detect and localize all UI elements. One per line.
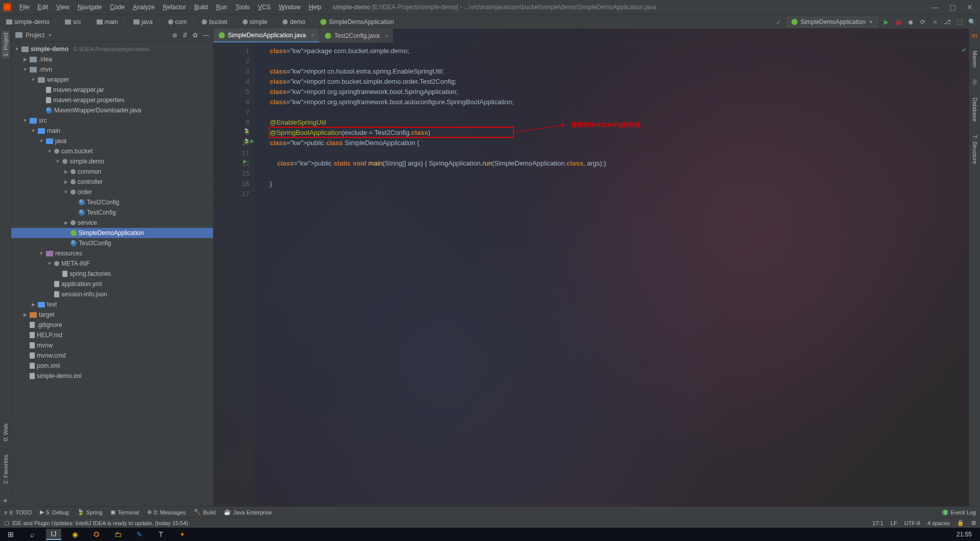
- favorites-tool-tab[interactable]: 2: Favorites: [2, 453, 10, 486]
- tree-node[interactable]: ▶ controller: [11, 177, 213, 187]
- tree-node[interactable]: ▼ main: [11, 126, 213, 136]
- breadcrumb-item[interactable]: java: [131, 18, 155, 26]
- tree-node[interactable]: mvnw.cmd: [11, 350, 213, 361]
- code-line[interactable]: [270, 107, 969, 117]
- tree-node[interactable]: HELP.md: [11, 330, 213, 340]
- bottom-tool-build[interactable]: 🔨Build: [194, 509, 215, 515]
- menu-view[interactable]: View: [53, 3, 73, 12]
- editor-tab[interactable]: Test2Config.java×: [320, 29, 393, 42]
- structure-tool-tab[interactable]: 7: Structure: [971, 133, 979, 166]
- readonly-icon[interactable]: 🔒: [957, 520, 964, 526]
- bottom-tool-terminal[interactable]: ▣Terminal: [110, 509, 139, 515]
- tree-node[interactable]: application.yml: [11, 279, 213, 289]
- tree-node[interactable]: maven-wrapper.properties: [11, 95, 213, 105]
- update-button[interactable]: ⬚: [955, 18, 964, 26]
- tree-node[interactable]: ▼ java: [11, 136, 213, 146]
- code-line[interactable]: [270, 169, 969, 179]
- os-search-icon[interactable]: ⌕: [25, 529, 40, 540]
- debug-button[interactable]: 🐞: [894, 18, 902, 26]
- windows-start-icon[interactable]: ⊞: [3, 529, 18, 540]
- tree-node[interactable]: ▼ com.bucket: [11, 146, 213, 156]
- breadcrumb-item[interactable]: SimpleDemoApplication: [318, 18, 395, 26]
- breadcrumb-item[interactable]: demo: [281, 18, 307, 26]
- menu-window[interactable]: Window: [275, 3, 304, 12]
- file-encoding[interactable]: UTF-8: [904, 520, 920, 526]
- status-icon[interactable]: ▢: [4, 520, 9, 526]
- web-tool-tab[interactable]: 0: Web: [2, 421, 10, 443]
- menu-refactor[interactable]: Refactor: [160, 3, 189, 12]
- breadcrumb-item[interactable]: src: [63, 18, 83, 26]
- search-button[interactable]: 🔍: [968, 18, 976, 26]
- close-tab-icon[interactable]: ×: [311, 32, 314, 38]
- taskbar-app-idea[interactable]: IJ: [46, 529, 61, 540]
- gutter-run-icon[interactable]: 🍃▶: [243, 138, 254, 144]
- project-tool-tab[interactable]: 1: Project: [2, 31, 10, 58]
- taskbar-app-chrome[interactable]: ◉: [67, 529, 83, 540]
- menu-edit[interactable]: Edit: [34, 3, 51, 12]
- tree-node[interactable]: spring.factories: [11, 269, 213, 279]
- code-line[interactable]: class="kw">package com.bucket.simple.dem…: [270, 46, 969, 56]
- code-line[interactable]: [270, 148, 969, 158]
- tree-node[interactable]: ▼ .mvn: [11, 64, 213, 75]
- database-tool-tab[interactable]: Database: [971, 96, 979, 124]
- git-button[interactable]: ⎇: [943, 18, 951, 26]
- profile-button[interactable]: ⟳: [919, 18, 927, 26]
- maven-tool-tab[interactable]: Maven: [971, 49, 979, 69]
- bottom-tool-java-enterprise[interactable]: ☕Java Enterprise: [224, 509, 272, 515]
- menu-vcs[interactable]: VCS: [255, 3, 274, 12]
- run-config-selector[interactable]: SimpleDemoApplication ▼: [787, 17, 878, 27]
- menu-help[interactable]: Help: [306, 3, 324, 12]
- expand-all-icon[interactable]: ⇵: [182, 32, 188, 39]
- tree-node[interactable]: maven-wrapper.jar: [11, 85, 213, 95]
- minimize-button[interactable]: —: [928, 2, 942, 13]
- taskbar-app-explorer[interactable]: 🗀: [110, 529, 126, 540]
- taskbar-app-orange[interactable]: ✦: [175, 529, 190, 540]
- breadcrumb-item[interactable]: main: [95, 18, 120, 26]
- tree-node[interactable]: MavenWrapperDownloader.java: [11, 105, 213, 115]
- gutter-run-icon[interactable]: ▶: [243, 158, 247, 164]
- editor-tab[interactable]: SimpleDemoApplication.java×: [214, 29, 320, 42]
- menu-build[interactable]: Build: [191, 3, 211, 12]
- bottom-tool-6-todo[interactable]: ≡6: TODO: [4, 509, 32, 515]
- run-button[interactable]: ▶: [882, 18, 890, 26]
- menu-navigate[interactable]: Navigate: [75, 3, 105, 12]
- tree-node[interactable]: ▼ order: [11, 187, 213, 197]
- line-gutter[interactable]: 123456789101112151617: [214, 43, 254, 506]
- tree-root[interactable]: ▼ simple-demoE:\IDEA-Projects\simple-dem…: [11, 44, 213, 54]
- os-clock[interactable]: 21:55: [956, 531, 977, 538]
- taskbar-app-red[interactable]: ✪: [89, 529, 104, 540]
- breadcrumb-item[interactable]: simple: [241, 18, 270, 26]
- breadcrumb-item[interactable]: bucket: [200, 18, 229, 26]
- tree-node[interactable]: SimpleDemoApplication: [11, 228, 213, 238]
- tree-node[interactable]: session-info.json: [11, 289, 213, 299]
- code-line[interactable]: }: [270, 179, 969, 189]
- tree-node[interactable]: ▼ META-INF: [11, 258, 213, 269]
- code-line[interactable]: [270, 56, 969, 66]
- bottom-tool-spring[interactable]: 🍃Spring: [77, 509, 103, 515]
- tree-node[interactable]: pom.xml: [11, 361, 213, 371]
- maximize-button[interactable]: ▢: [945, 2, 960, 13]
- bottom-tool-5-debug[interactable]: ▶5: Debug: [40, 509, 69, 515]
- project-tree[interactable]: ▼ simple-demoE:\IDEA-Projects\simple-dem…: [11, 42, 213, 506]
- code-line[interactable]: class="kw">import com.bucket.simple.demo…: [270, 77, 969, 87]
- tree-node[interactable]: mvnw: [11, 340, 213, 350]
- code-line[interactable]: class="kw">public static void main(Strin…: [270, 158, 969, 169]
- breadcrumb-item[interactable]: com: [166, 18, 189, 26]
- menu-run[interactable]: Run: [213, 3, 230, 12]
- tree-node[interactable]: ▶ common: [11, 167, 213, 177]
- tree-node[interactable]: ▶ target: [11, 310, 213, 320]
- menu-analyze[interactable]: Analyze: [130, 3, 158, 12]
- select-opened-icon[interactable]: ⊕: [172, 32, 177, 39]
- tree-node[interactable]: Test3Config: [11, 238, 213, 248]
- tree-node[interactable]: TestConfig: [11, 207, 213, 218]
- hide-icon[interactable]: —: [203, 32, 209, 39]
- code-line[interactable]: class="kw">import cn.hutool.extra.spring…: [270, 66, 969, 77]
- project-view-selector[interactable]: Project ▼: [15, 32, 52, 39]
- stop-button[interactable]: ■: [931, 18, 939, 26]
- bottom-tool-0-messages[interactable]: ⊕0: Messages: [147, 509, 185, 515]
- tree-node[interactable]: ▼ resources: [11, 248, 213, 258]
- tree-node[interactable]: ▼ src: [11, 115, 213, 126]
- tree-node[interactable]: Test2Config: [11, 197, 213, 207]
- code-line[interactable]: [270, 189, 969, 199]
- taskbar-app-t[interactable]: T: [153, 529, 169, 540]
